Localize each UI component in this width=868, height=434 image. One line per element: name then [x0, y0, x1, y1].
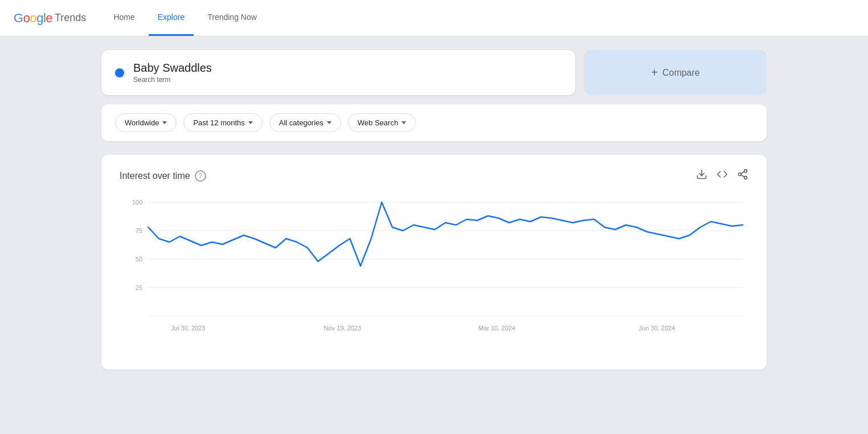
- compare-label: Compare: [662, 68, 700, 78]
- filter-time-button[interactable]: Past 12 months: [183, 113, 262, 132]
- help-icon[interactable]: ?: [195, 170, 206, 182]
- filter-region-button[interactable]: Worldwide: [115, 113, 177, 132]
- filter-row: Worldwide Past 12 months All categories …: [101, 104, 767, 141]
- filter-category-label: All categories: [279, 118, 324, 127]
- chevron-down-icon: [327, 121, 331, 124]
- header: Google Trends Home Explore Trending Now: [0, 0, 868, 36]
- download-icon[interactable]: [696, 169, 707, 183]
- term-dot: [115, 68, 124, 77]
- filter-search-type-button[interactable]: Web Search: [348, 113, 416, 132]
- nav-item-home[interactable]: Home: [104, 0, 144, 36]
- nav-item-explore[interactable]: Explore: [149, 0, 194, 36]
- filter-time-label: Past 12 months: [193, 118, 244, 127]
- term-info: Baby Swaddles Search term: [133, 62, 212, 84]
- compare-card[interactable]: + Compare: [584, 50, 767, 95]
- search-row: Baby Swaddles Search term + Compare: [101, 50, 767, 95]
- svg-text:Jun 30, 2024: Jun 30, 2024: [639, 325, 675, 331]
- filter-search-type-label: Web Search: [358, 118, 398, 127]
- svg-text:100: 100: [132, 199, 142, 206]
- svg-text:50: 50: [136, 256, 142, 263]
- chart-card: Interest over time ?: [101, 155, 767, 370]
- term-name: Baby Swaddles: [133, 62, 212, 75]
- term-type: Search term: [133, 76, 212, 84]
- svg-text:Mar 10, 2024: Mar 10, 2024: [478, 325, 515, 331]
- google-logo: Google: [14, 11, 52, 26]
- search-term-card: Baby Swaddles Search term: [101, 50, 575, 95]
- filter-category-button[interactable]: All categories: [269, 113, 341, 132]
- chart-actions: [696, 169, 748, 183]
- logo-area: Google Trends: [14, 11, 86, 26]
- embed-icon[interactable]: [716, 169, 728, 183]
- interest-chart: 100 75 50 25 Jul 30, 2023 Nov 19, 2023 M…: [120, 196, 748, 345]
- svg-text:25: 25: [136, 284, 142, 291]
- chevron-down-icon: [248, 121, 253, 124]
- chevron-down-icon: [162, 121, 167, 124]
- chevron-down-icon: [402, 121, 406, 124]
- chart-title: Interest over time: [120, 171, 190, 181]
- chart-header: Interest over time ?: [120, 169, 748, 183]
- main-nav: Home Explore Trending Now: [104, 0, 265, 36]
- chart-title-area: Interest over time ?: [120, 170, 206, 182]
- main-content: Baby Swaddles Search term + Compare Worl…: [92, 36, 776, 383]
- svg-line-4: [741, 175, 744, 177]
- filter-region-label: Worldwide: [125, 118, 159, 127]
- trends-logo-text: Trends: [55, 12, 86, 24]
- svg-text:75: 75: [136, 227, 142, 234]
- svg-text:Jul 30, 2023: Jul 30, 2023: [171, 325, 205, 331]
- chart-container: 100 75 50 25 Jul 30, 2023 Nov 19, 2023 M…: [120, 196, 748, 347]
- share-icon[interactable]: [737, 169, 748, 183]
- svg-line-5: [741, 171, 744, 173]
- svg-text:Nov 19, 2023: Nov 19, 2023: [324, 325, 362, 331]
- compare-plus-icon: +: [651, 66, 658, 79]
- nav-item-trending[interactable]: Trending Now: [198, 0, 266, 36]
